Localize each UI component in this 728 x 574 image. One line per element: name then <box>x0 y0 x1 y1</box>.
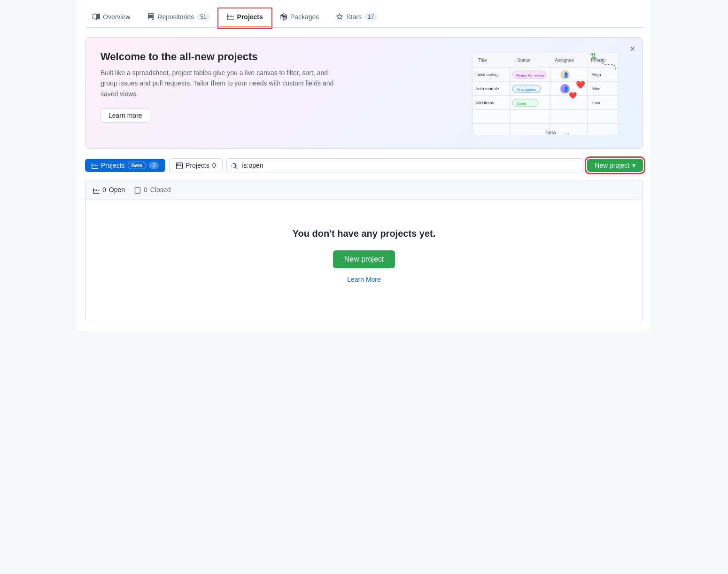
projects-list-header: 0 Open 0 Closed <box>85 180 643 200</box>
filter-toolbar: Projects Beta 0 Projects 0 Ne <box>85 158 643 172</box>
svg-text:Med: Med <box>592 86 601 91</box>
svg-text:❤️: ❤️ <box>569 92 577 100</box>
projects-beta-filter-button[interactable]: Projects Beta 0 <box>85 159 165 172</box>
projects-list-area: 0 Open 0 Closed You don't have any proje… <box>85 180 643 321</box>
projects-beta-label: Projects <box>101 162 125 169</box>
classic-projects-count: 0 <box>212 162 216 169</box>
svg-text:Status: Status <box>517 58 530 63</box>
empty-state-title: You don't have any projects yet. <box>95 228 633 239</box>
tab-repositories[interactable]: Repositories 51 <box>139 9 217 27</box>
tab-stars[interactable]: Stars 17 <box>328 9 385 27</box>
svg-text:In progress: In progress <box>517 87 536 92</box>
classic-projects-label: Projects <box>186 162 209 169</box>
stars-count-badge: 17 <box>364 13 377 21</box>
tab-projects-label: Projects <box>237 13 263 21</box>
banner-learn-more-button[interactable]: Learn more <box>101 109 150 123</box>
banner-title: Welcome to the all-new projects <box>101 51 335 63</box>
tab-projects[interactable]: Projects <box>219 9 271 27</box>
projects-icon <box>227 13 234 21</box>
star-icon <box>336 13 343 21</box>
classic-projects-filter-button[interactable]: Projects 0 <box>169 158 223 172</box>
svg-text:❤️: ❤️ <box>576 80 585 89</box>
svg-text:Title: Title <box>478 58 487 63</box>
closed-projects-icon <box>134 186 141 194</box>
new-project-button[interactable]: New project ▾ <box>587 159 643 172</box>
repo-icon <box>147 13 155 21</box>
nav-tabs: Overview Repositories 51 Projects <box>85 9 643 28</box>
svg-text:Low: Low <box>592 101 600 105</box>
svg-text:Initial config: Initial config <box>475 72 498 77</box>
tab-repositories-label: Repositories <box>157 13 194 21</box>
projects-table-icon <box>92 162 98 169</box>
banner-illustration: Title Status Assignee Priority Initial c… <box>468 51 627 135</box>
repositories-count-badge: 51 <box>197 13 209 21</box>
closed-count: 0 <box>144 186 147 194</box>
search-wrapper <box>226 158 583 172</box>
dropdown-arrow-icon: ▾ <box>632 162 635 169</box>
svg-text:Done: Done <box>517 101 527 106</box>
banner-close-button[interactable]: × <box>630 44 635 54</box>
svg-text:👤: 👤 <box>563 72 569 78</box>
banner-content: Welcome to the all-new projects Built li… <box>101 51 335 123</box>
beta-projects-count: 0 <box>149 162 159 169</box>
beta-badge: Beta <box>128 162 147 169</box>
tab-overview[interactable]: Overview <box>85 9 138 27</box>
svg-text:...: ... <box>564 128 570 135</box>
banner-description: Built like a spreadsheet, project tables… <box>101 68 335 99</box>
svg-text:Assignee: Assignee <box>555 58 574 63</box>
tab-overview-label: Overview <box>103 13 130 21</box>
svg-text:High: High <box>592 72 601 77</box>
open-projects-icon <box>93 186 100 194</box>
welcome-banner: Welcome to the all-new projects Built li… <box>85 37 643 149</box>
empty-new-project-button[interactable]: New project <box>333 250 395 268</box>
closed-filter[interactable]: 0 Closed <box>134 186 170 194</box>
new-project-label: New project <box>595 162 629 169</box>
svg-text:⇅: ⇅ <box>590 52 597 61</box>
empty-state: You don't have any projects yet. New pro… <box>85 200 643 321</box>
tab-stars-label: Stars <box>346 13 362 21</box>
svg-text:Add items: Add items <box>475 101 495 105</box>
search-input[interactable] <box>226 158 583 172</box>
search-icon <box>231 162 238 169</box>
empty-learn-more-link[interactable]: Learn More <box>95 276 633 283</box>
package-icon <box>280 13 287 21</box>
classic-projects-icon <box>176 162 183 169</box>
book-icon <box>93 13 100 21</box>
tab-packages-label: Packages <box>290 13 319 21</box>
open-filter[interactable]: 0 Open <box>93 186 125 194</box>
open-count: 0 <box>102 186 106 194</box>
svg-text:Ready for review: Ready for review <box>516 73 544 78</box>
tab-packages[interactable]: Packages <box>272 9 326 27</box>
svg-text:Auth module: Auth module <box>475 86 499 91</box>
closed-label: Closed <box>150 186 171 194</box>
open-label: Open <box>109 186 125 194</box>
svg-text:Beta: Beta <box>545 130 557 135</box>
